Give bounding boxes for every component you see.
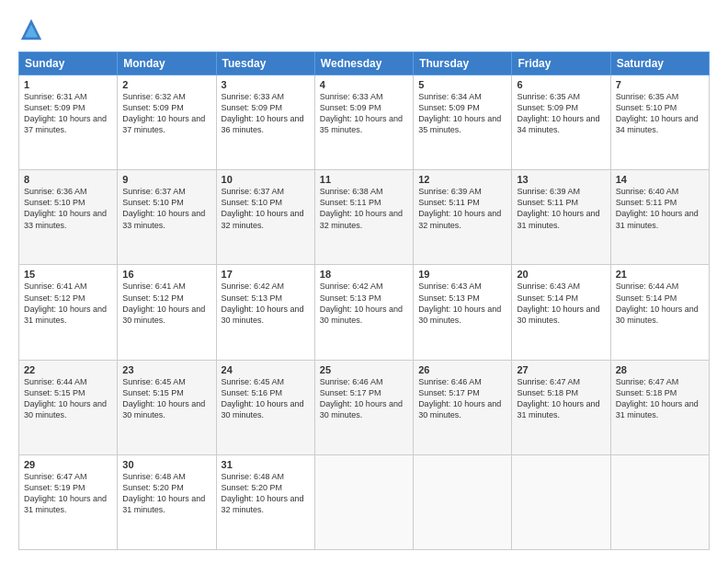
day-number: 15: [24, 269, 112, 280]
day-number: 10: [222, 174, 310, 185]
table-row: 4Sunrise: 6:33 AMSunset: 5:09 PMDaylight…: [314, 75, 413, 170]
day-info: Sunrise: 6:35 AMSunset: 5:10 PMDaylight:…: [616, 92, 699, 134]
day-number: 11: [320, 174, 408, 185]
page: SundayMondayTuesdayWednesdayThursdayFrid…: [0, 0, 728, 563]
table-row: 5Sunrise: 6:34 AMSunset: 5:09 PMDaylight…: [414, 75, 512, 170]
table-row: 25Sunrise: 6:46 AMSunset: 5:17 PMDayligh…: [314, 360, 413, 454]
day-number: 25: [320, 364, 408, 375]
table-row: 29Sunrise: 6:47 AMSunset: 5:19 PMDayligh…: [19, 454, 118, 549]
col-header-tuesday: Tuesday: [216, 52, 314, 75]
table-row: 18Sunrise: 6:42 AMSunset: 5:13 PMDayligh…: [314, 265, 413, 360]
col-header-friday: Friday: [512, 52, 610, 75]
day-number: 30: [122, 459, 210, 470]
day-info: Sunrise: 6:46 AMSunset: 5:17 PMDaylight:…: [418, 377, 501, 419]
table-row: 14Sunrise: 6:40 AMSunset: 5:11 PMDayligh…: [610, 170, 709, 265]
day-number: 17: [222, 269, 310, 280]
table-row: 23Sunrise: 6:45 AMSunset: 5:15 PMDayligh…: [118, 360, 216, 454]
day-info: Sunrise: 6:43 AMSunset: 5:13 PMDaylight:…: [418, 282, 501, 324]
day-info: Sunrise: 6:45 AMSunset: 5:16 PMDaylight:…: [222, 377, 304, 419]
table-row: 24Sunrise: 6:45 AMSunset: 5:16 PMDayligh…: [216, 360, 314, 454]
week-row-1: 1Sunrise: 6:31 AMSunset: 5:09 PMDaylight…: [19, 75, 710, 170]
day-info: Sunrise: 6:34 AMSunset: 5:09 PMDaylight:…: [418, 92, 501, 134]
col-header-thursday: Thursday: [414, 52, 512, 75]
day-info: Sunrise: 6:35 AMSunset: 5:09 PMDaylight:…: [517, 92, 599, 134]
day-number: 3: [222, 79, 310, 90]
table-row: 22Sunrise: 6:44 AMSunset: 5:15 PMDayligh…: [19, 360, 118, 454]
table-row: 11Sunrise: 6:38 AMSunset: 5:11 PMDayligh…: [314, 170, 413, 265]
day-info: Sunrise: 6:48 AMSunset: 5:20 PMDaylight:…: [122, 472, 205, 514]
table-row: 1Sunrise: 6:31 AMSunset: 5:09 PMDaylight…: [19, 75, 118, 170]
day-info: Sunrise: 6:39 AMSunset: 5:11 PMDaylight:…: [418, 187, 501, 229]
col-header-saturday: Saturday: [610, 52, 709, 75]
day-number: 8: [24, 174, 112, 185]
day-info: Sunrise: 6:47 AMSunset: 5:18 PMDaylight:…: [517, 377, 599, 419]
day-number: 26: [418, 364, 506, 375]
day-info: Sunrise: 6:44 AMSunset: 5:14 PMDaylight:…: [616, 282, 699, 324]
day-info: Sunrise: 6:40 AMSunset: 5:11 PMDaylight:…: [616, 187, 699, 229]
table-row: 31Sunrise: 6:48 AMSunset: 5:20 PMDayligh…: [216, 454, 314, 549]
day-number: 12: [418, 174, 506, 185]
col-header-monday: Monday: [118, 52, 216, 75]
day-info: Sunrise: 6:41 AMSunset: 5:12 PMDaylight:…: [122, 282, 205, 324]
day-number: 19: [418, 269, 506, 280]
week-row-5: 29Sunrise: 6:47 AMSunset: 5:19 PMDayligh…: [19, 454, 710, 549]
day-number: 7: [616, 79, 704, 90]
day-info: Sunrise: 6:39 AMSunset: 5:11 PMDaylight:…: [517, 187, 599, 229]
day-number: 22: [24, 364, 112, 375]
table-row: [414, 454, 512, 549]
day-number: 1: [24, 79, 112, 90]
week-row-3: 15Sunrise: 6:41 AMSunset: 5:12 PMDayligh…: [19, 265, 710, 360]
day-number: 6: [517, 79, 605, 90]
table-row: 12Sunrise: 6:39 AMSunset: 5:11 PMDayligh…: [414, 170, 512, 265]
table-row: 30Sunrise: 6:48 AMSunset: 5:20 PMDayligh…: [118, 454, 216, 549]
table-row: 13Sunrise: 6:39 AMSunset: 5:11 PMDayligh…: [512, 170, 610, 265]
day-number: 5: [418, 79, 506, 90]
day-info: Sunrise: 6:33 AMSunset: 5:09 PMDaylight:…: [222, 92, 304, 134]
table-row: 3Sunrise: 6:33 AMSunset: 5:09 PMDaylight…: [216, 75, 314, 170]
day-number: 4: [320, 79, 408, 90]
table-row: 2Sunrise: 6:32 AMSunset: 5:09 PMDaylight…: [118, 75, 216, 170]
table-row: [314, 454, 413, 549]
table-row: 16Sunrise: 6:41 AMSunset: 5:12 PMDayligh…: [118, 265, 216, 360]
day-number: 23: [122, 364, 210, 375]
day-number: 21: [616, 269, 704, 280]
table-row: 27Sunrise: 6:47 AMSunset: 5:18 PMDayligh…: [512, 360, 610, 454]
day-number: 18: [320, 269, 408, 280]
table-row: 10Sunrise: 6:37 AMSunset: 5:10 PMDayligh…: [216, 170, 314, 265]
col-header-sunday: Sunday: [19, 52, 118, 75]
day-number: 9: [122, 174, 210, 185]
day-info: Sunrise: 6:36 AMSunset: 5:10 PMDaylight:…: [24, 187, 107, 229]
day-number: 24: [222, 364, 310, 375]
day-info: Sunrise: 6:47 AMSunset: 5:19 PMDaylight:…: [24, 472, 107, 514]
day-info: Sunrise: 6:31 AMSunset: 5:09 PMDaylight:…: [24, 92, 107, 134]
day-number: 31: [222, 459, 310, 470]
day-number: 28: [616, 364, 704, 375]
day-info: Sunrise: 6:32 AMSunset: 5:09 PMDaylight:…: [122, 92, 205, 134]
day-number: 13: [517, 174, 605, 185]
calendar-header-row: SundayMondayTuesdayWednesdayThursdayFrid…: [19, 52, 710, 75]
day-info: Sunrise: 6:41 AMSunset: 5:12 PMDaylight:…: [24, 282, 107, 324]
table-row: 20Sunrise: 6:43 AMSunset: 5:14 PMDayligh…: [512, 265, 610, 360]
table-row: 6Sunrise: 6:35 AMSunset: 5:09 PMDaylight…: [512, 75, 610, 170]
table-row: [610, 454, 709, 549]
table-row: 17Sunrise: 6:42 AMSunset: 5:13 PMDayligh…: [216, 265, 314, 360]
table-row: 19Sunrise: 6:43 AMSunset: 5:13 PMDayligh…: [414, 265, 512, 360]
table-row: 26Sunrise: 6:46 AMSunset: 5:17 PMDayligh…: [414, 360, 512, 454]
table-row: 15Sunrise: 6:41 AMSunset: 5:12 PMDayligh…: [19, 265, 118, 360]
calendar: SundayMondayTuesdayWednesdayThursdayFrid…: [18, 52, 710, 550]
day-info: Sunrise: 6:42 AMSunset: 5:13 PMDaylight:…: [222, 282, 304, 324]
table-row: 7Sunrise: 6:35 AMSunset: 5:10 PMDaylight…: [610, 75, 709, 170]
table-row: 28Sunrise: 6:47 AMSunset: 5:18 PMDayligh…: [610, 360, 709, 454]
day-info: Sunrise: 6:38 AMSunset: 5:11 PMDaylight:…: [320, 187, 403, 229]
table-row: [512, 454, 610, 549]
day-info: Sunrise: 6:37 AMSunset: 5:10 PMDaylight:…: [122, 187, 205, 229]
day-info: Sunrise: 6:43 AMSunset: 5:14 PMDaylight:…: [517, 282, 599, 324]
header: [18, 17, 710, 42]
day-number: 16: [122, 269, 210, 280]
day-info: Sunrise: 6:45 AMSunset: 5:15 PMDaylight:…: [122, 377, 205, 419]
col-header-wednesday: Wednesday: [314, 52, 413, 75]
day-info: Sunrise: 6:44 AMSunset: 5:15 PMDaylight:…: [24, 377, 107, 419]
table-row: 21Sunrise: 6:44 AMSunset: 5:14 PMDayligh…: [610, 265, 709, 360]
day-number: 27: [517, 364, 605, 375]
day-info: Sunrise: 6:46 AMSunset: 5:17 PMDaylight:…: [320, 377, 403, 419]
